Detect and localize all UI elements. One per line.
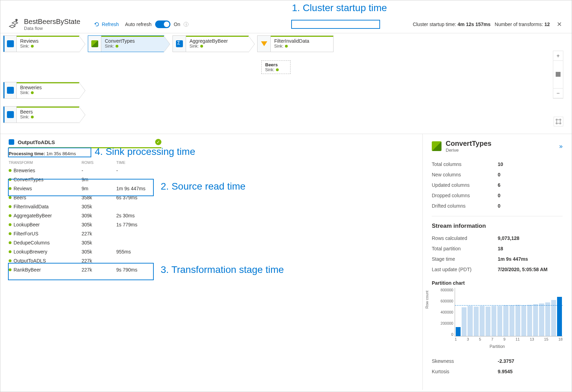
- zoom-in-button[interactable]: +: [553, 51, 563, 61]
- chart-bar[interactable]: [545, 302, 550, 336]
- stream-section-title: Stream information: [432, 223, 563, 230]
- transform-rows: 358k: [82, 195, 116, 200]
- zoom-fit-button[interactable]: [554, 117, 563, 126]
- transform-name: Reviews: [14, 186, 32, 191]
- table-row[interactable]: ConvertTypes9m: [9, 175, 161, 184]
- aggregate-icon: [176, 40, 183, 47]
- node-subtitle: Sink:: [190, 44, 199, 49]
- table-row[interactable]: Breweries--: [9, 166, 161, 175]
- stat-key: Stage time: [432, 256, 498, 262]
- details-panel: ConvertTypes Derive » Total columns10New…: [422, 134, 572, 390]
- table-row[interactable]: Reviews9m1m 9s 447ms: [9, 184, 161, 193]
- chart-bar[interactable]: [491, 306, 496, 336]
- status-dot-icon: [9, 187, 11, 190]
- node-title: Beers: [20, 109, 76, 115]
- status-dot-icon: [31, 91, 34, 94]
- node-title: FilterInvalidData: [274, 38, 330, 44]
- chart-bar[interactable]: [539, 303, 544, 336]
- transform-time: 955ms: [116, 249, 161, 255]
- table-row[interactable]: RankByBeer227k9s 790ms: [9, 265, 161, 274]
- table-row[interactable]: Beers358k6s 379ms: [9, 193, 161, 202]
- transform-count-value: 12: [544, 22, 550, 27]
- source-icon: [7, 87, 14, 94]
- node-subtitle: Sink:: [20, 44, 30, 49]
- refresh-button[interactable]: Refresh: [94, 22, 119, 27]
- transform-name: ConvertTypes: [14, 177, 43, 182]
- processing-time-value: 1m 35s 864ms: [46, 151, 76, 156]
- sink-panel: OutputToADLS ✓ Processing time: 1m 35s 8…: [0, 134, 422, 390]
- page-title: BestBeersByState: [24, 18, 80, 26]
- chart-bar[interactable]: [527, 305, 532, 336]
- zoom-out-button[interactable]: −: [553, 89, 563, 98]
- chart-bar[interactable]: [486, 307, 490, 336]
- chart-ylabel: Row count: [425, 291, 429, 309]
- stat-key: Updated columns: [432, 182, 498, 188]
- table-row[interactable]: DedupeColumns305k: [9, 238, 161, 247]
- node-beers-collapsed[interactable]: Beers Sink:: [261, 60, 291, 74]
- status-dot-icon: [9, 259, 11, 262]
- node-filterinvaliddata[interactable]: FilterInvalidData Sink:: [257, 35, 334, 52]
- sink-name: OutputToADLS: [18, 139, 55, 145]
- collapse-panel-button[interactable]: »: [559, 143, 563, 150]
- node-converttypes[interactable]: ConvertTypes Sink:: [88, 35, 164, 52]
- transform-name: LookupBrewery: [14, 249, 47, 255]
- stat-value: 18: [498, 246, 503, 251]
- status-dot-icon: [9, 205, 11, 208]
- transform-time: 6s 379ms: [116, 195, 161, 200]
- transform-rows: -: [82, 168, 116, 173]
- node-subtitle: Sink:: [105, 44, 114, 49]
- transform-rows: 227k: [82, 258, 116, 264]
- status-dot-icon: [116, 45, 118, 48]
- chart-bar[interactable]: [533, 304, 538, 336]
- chart-bar[interactable]: [468, 306, 472, 336]
- table-row[interactable]: OutputToADLS227k: [9, 256, 161, 265]
- stat-value: 1m 9s 447ms: [498, 256, 528, 262]
- status-dot-icon: [200, 45, 203, 48]
- chart-bar[interactable]: [474, 307, 479, 336]
- transform-table: Transform Rows Time Breweries--ConvertTy…: [9, 159, 161, 274]
- cluster-time-value: 4m 12s 157ms: [457, 22, 490, 27]
- auto-refresh-toggle[interactable]: [155, 20, 170, 28]
- dataflow-canvas[interactable]: Reviews Sink: ConvertTypes Sink: Aggrega…: [0, 33, 572, 134]
- auto-refresh-label: Auto refresh: [125, 22, 151, 27]
- chart-bar[interactable]: [557, 297, 562, 336]
- close-button[interactable]: ✕: [554, 20, 565, 28]
- chart-bar[interactable]: [515, 305, 520, 336]
- node-breweries[interactable]: Breweries Sink:: [3, 82, 79, 99]
- node-title: Beers: [265, 62, 287, 67]
- node-beers[interactable]: Beers Sink:: [3, 106, 79, 123]
- chart-bar[interactable]: [480, 306, 485, 336]
- derive-icon: [91, 40, 98, 47]
- chart-bar[interactable]: [462, 307, 466, 336]
- chart-bar[interactable]: [510, 305, 514, 336]
- stat-value: 0: [498, 172, 500, 177]
- node-aggregatebybeer[interactable]: AggregateByBeer Sink:: [173, 35, 249, 52]
- stat-key: Rows calculated: [432, 235, 498, 241]
- stat-value: 6: [498, 182, 500, 188]
- status-dot-icon: [9, 196, 11, 199]
- transform-time: 1m 9s 447ms: [116, 186, 161, 191]
- table-row[interactable]: AggregateByBeer309k2s 30ms: [9, 211, 161, 220]
- table-row[interactable]: FilterForUS227k: [9, 229, 161, 238]
- col-rows: Rows: [82, 160, 116, 165]
- table-row[interactable]: FilterInvalidData305k: [9, 202, 161, 211]
- info-icon[interactable]: i: [184, 22, 188, 27]
- success-icon: ✓: [155, 139, 161, 145]
- transform-rows: 305k: [82, 240, 116, 245]
- chart-bar[interactable]: [521, 305, 526, 336]
- table-row[interactable]: LookupBrewery305k955ms: [9, 247, 161, 256]
- chart-bar[interactable]: [497, 306, 502, 336]
- node-reviews[interactable]: Reviews Sink:: [3, 35, 79, 52]
- cluster-time-label: Cluster startup time:: [413, 22, 456, 27]
- chart-bar[interactable]: [503, 305, 508, 336]
- stat-key: New columns: [432, 172, 498, 177]
- derive-icon: [432, 141, 441, 151]
- col-time: Time: [116, 160, 161, 165]
- status-dot-icon: [31, 45, 34, 48]
- zoom-slider[interactable]: [553, 61, 563, 89]
- table-row[interactable]: LookupBeer305k1s 779ms: [9, 220, 161, 229]
- transform-time: 1s 779ms: [116, 222, 161, 227]
- chart-bar[interactable]: [456, 327, 461, 336]
- svg-rect-0: [557, 120, 560, 123]
- kurtosis-label: Kurtosis: [432, 369, 498, 374]
